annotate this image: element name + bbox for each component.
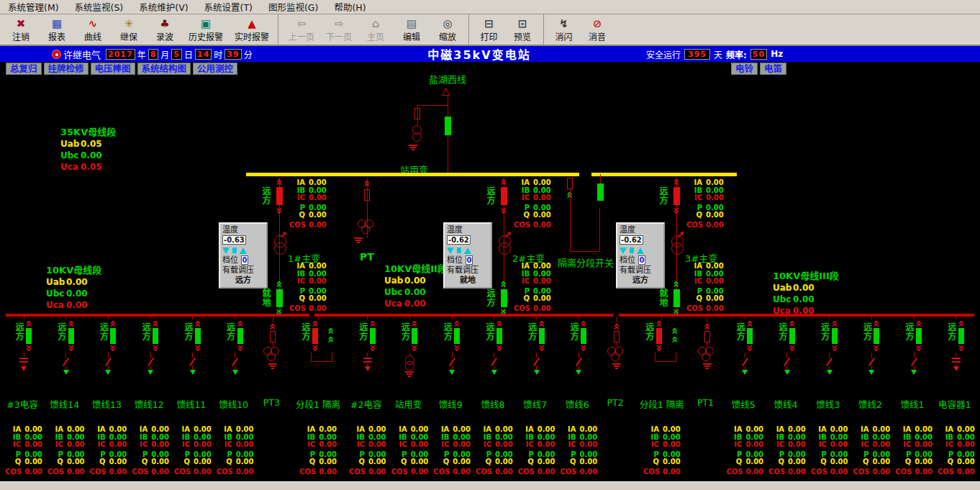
transformer-icon[interactable]	[496, 235, 512, 260]
feeder-bay[interactable]: 远方 馈线4 IA0.00	[768, 317, 807, 476]
feeder-breaker[interactable]	[312, 328, 318, 344]
feeder-bay[interactable]: 远方 分段1隔离 IA0.0	[291, 317, 345, 476]
feeder-bay[interactable]: PT1 IA0.00 IB0.00 IC0.00 P0.00 Q0.00 COS…	[692, 317, 722, 476]
tie-breaker[interactable]	[597, 183, 604, 201]
toolbar-button[interactable]: ♣ 录波	[147, 14, 183, 45]
feeder-bay[interactable]: 远方 #2电容 IA0.00	[348, 317, 387, 476]
home-icon: ⌂	[372, 18, 380, 30]
tap-up-button[interactable]	[637, 248, 644, 254]
feeder-bay[interactable]: 远方 馈线7 IA0.00	[517, 317, 556, 476]
feeder-bay[interactable]: 远方 馈线13 IA0.00	[89, 317, 127, 476]
transformer-icon[interactable]	[669, 235, 685, 260]
feeder-breaker[interactable]	[832, 328, 838, 344]
feeder-bay[interactable]: 远方 馈线1 IA0.00	[894, 317, 933, 476]
quick-button[interactable]: 总复归	[6, 63, 42, 75]
feeder-bay[interactable]: 远方 馈线5 IA0.00	[725, 317, 764, 476]
tie-disconnect-icon[interactable]	[567, 178, 573, 189]
feeder-name: 馈线3	[816, 397, 843, 409]
feeder-bay[interactable]: 远方 馈线3 IA0.00	[810, 317, 849, 476]
quick-button[interactable]: 电压棒图	[91, 63, 135, 75]
tap-stop-button[interactable]	[630, 248, 634, 253]
menu-item[interactable]: 系统维护(V)	[131, 0, 196, 14]
feeder-bay[interactable]: 远方 #3电容 IA0.00	[4, 317, 43, 476]
tap-up-button[interactable]	[240, 248, 247, 254]
feeder-bay[interactable]: 远方 站用变 IA0.00	[390, 317, 429, 476]
toolbar-button[interactable]: ◎ 缩放	[430, 14, 466, 45]
tap-down-button[interactable]	[447, 248, 454, 254]
transformer-hv-breaker[interactable]	[276, 187, 283, 205]
feeder-bay[interactable]: 远方 馈线2 IA0.00	[852, 317, 891, 476]
toolbar-button[interactable]: ∿ 曲线	[75, 14, 111, 45]
transformer-lv-breaker[interactable]	[673, 289, 680, 307]
feeder-bay[interactable]: 远方 馈线12 IA0.00	[131, 317, 170, 476]
quick-button[interactable]: 电笛	[760, 63, 786, 75]
tap-down-button[interactable]	[222, 248, 230, 254]
incoming-breaker[interactable]	[445, 117, 451, 135]
feeder-breaker[interactable]	[237, 328, 243, 344]
feeder-breaker[interactable]	[874, 328, 879, 344]
toolbar-button[interactable]: ⇨ 下一页	[320, 14, 358, 45]
quick-button[interactable]: 挂牌检修	[44, 63, 89, 75]
toolbar-button[interactable]: ✖ 注销	[3, 14, 39, 45]
feeder-breaker[interactable]	[195, 328, 201, 344]
feeder-breaker[interactable]	[789, 328, 795, 344]
tap-stop-button[interactable]	[457, 248, 461, 253]
quick-button[interactable]: 电铃	[731, 63, 758, 75]
feeder-bay[interactable]: 远方 分段1隔离 IA0.0	[635, 317, 689, 476]
transformer-hv-breaker[interactable]	[501, 187, 507, 205]
toolbar-button[interactable]: ▲ 实时报警	[229, 14, 275, 45]
quick-button[interactable]: 公用测控	[193, 63, 237, 75]
feeder-breaker[interactable]	[454, 328, 460, 344]
toolbar-button-label: 录波	[156, 30, 173, 42]
menu-item[interactable]: 系统管理(M)	[0, 0, 67, 14]
quick-button[interactable]: 系统结构图	[137, 63, 191, 75]
feeder-bay[interactable]: PT3 IA0.00 IB0.00 IC0.00 P0.00 Q0.00 COS…	[258, 317, 288, 476]
feeder-breaker[interactable]	[496, 328, 502, 344]
toolbar-button[interactable]: ⊘ 消音	[579, 14, 615, 45]
bus10-3-info: 10KV母线III段 Uab0.00 Ubc0.00 Uca0.00	[773, 271, 839, 317]
feeder-breaker[interactable]	[539, 328, 545, 344]
toolbar-button[interactable]: ▦ 报表	[39, 14, 75, 45]
menu-item[interactable]: 帮助(H)	[326, 0, 373, 14]
feeder-breaker[interactable]	[747, 328, 753, 344]
tap-stop-button[interactable]	[232, 248, 237, 253]
toolbar-button[interactable]: ⊟ 打印	[468, 14, 504, 45]
toolbar-button[interactable]: ▤ 编辑	[394, 14, 430, 45]
feeder-breaker[interactable]	[656, 328, 662, 344]
transformer-lv-breaker[interactable]	[501, 289, 507, 307]
menu-item[interactable]: 系统监视(S)	[67, 0, 132, 14]
bus-35kv-segment-2[interactable]	[591, 173, 737, 176]
toolbar-button[interactable]: ▣ 历史报警	[183, 14, 229, 45]
feeder-breaker[interactable]	[412, 328, 417, 344]
feeder-breaker[interactable]	[153, 328, 158, 344]
toolbar-button[interactable]: ↯ 消闪	[543, 14, 579, 45]
feeder-bay[interactable]: 远方 电容器1 IA0.00	[937, 317, 976, 476]
transformer-lv-breaker[interactable]	[276, 289, 283, 307]
tap-down-button[interactable]	[620, 248, 627, 254]
feeder-breaker[interactable]	[110, 328, 116, 344]
feeder-breaker[interactable]	[581, 328, 586, 344]
feeder-bay[interactable]: 远方 馈线9 IA0.00	[432, 317, 471, 476]
transformer-icon[interactable]	[272, 235, 288, 260]
toolbar-button[interactable]: ⌂ 主页	[358, 14, 394, 45]
feeder-breaker[interactable]	[68, 328, 74, 344]
bus-35kv-segment-1[interactable]	[246, 173, 579, 176]
feeder-breaker[interactable]	[916, 328, 922, 344]
transformer-hv-breaker[interactable]	[673, 187, 680, 205]
feeder-breaker[interactable]	[370, 328, 376, 344]
feeder-bay[interactable]: 远方 馈线6 IA0.00	[559, 317, 598, 476]
pt-icon[interactable]	[358, 219, 376, 235]
feeder-bay[interactable]: 远方 馈线8 IA0.00	[475, 317, 514, 476]
toolbar-button[interactable]: ✳ 继保	[111, 14, 147, 45]
feeder-breaker[interactable]	[958, 328, 964, 344]
menu-item[interactable]: 系统设置(T)	[196, 0, 260, 14]
menu-item[interactable]: 图形监视(G)	[260, 0, 326, 14]
toolbar-button[interactable]: ⇦ 上一页	[278, 14, 320, 45]
feeder-bay[interactable]: 远方 馈线11 IA0.00	[173, 317, 212, 476]
feeder-bay[interactable]: PT2 IA0.00 IB0.00 IC0.00 P0.00 Q0.00 COS…	[602, 317, 632, 476]
feeder-bay[interactable]: 远方 馈线14 IA0.00	[47, 317, 86, 476]
tap-up-button[interactable]	[464, 248, 471, 254]
feeder-bay[interactable]: 远方 馈线10 IA0.00	[216, 317, 255, 476]
feeder-breaker[interactable]	[26, 328, 32, 344]
toolbar-button[interactable]: ⊡ 预览	[504, 14, 540, 45]
